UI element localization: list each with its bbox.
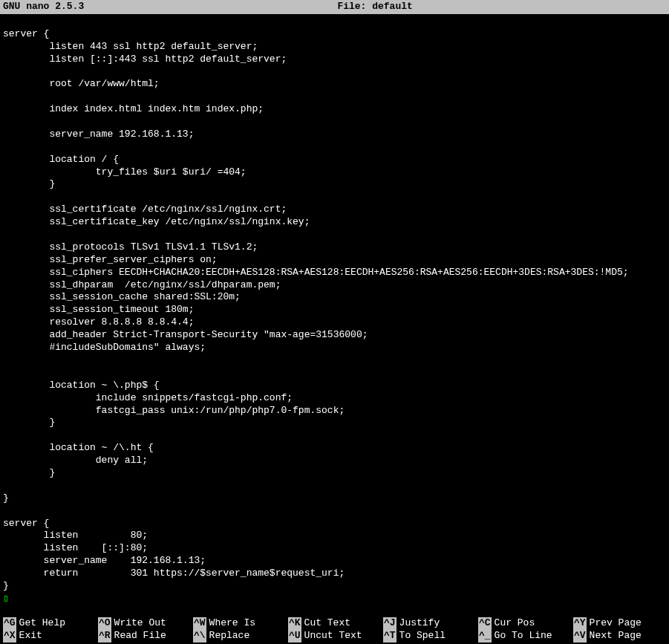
shortcut-key: ^R	[98, 630, 111, 643]
shortcut-key: ^U	[288, 630, 301, 643]
shortcut-key: ^V	[573, 630, 587, 643]
shortcut-key: ^J	[383, 617, 396, 630]
shortcut-label: Uncut Text	[304, 630, 362, 643]
shortcut-bar: ^G Get Help ^O Write Out ^W Where Is ^K …	[0, 617, 669, 644]
shortcut-next-page[interactable]: ^V Next Page	[573, 630, 668, 643]
shortcut-label: Read File	[114, 630, 166, 643]
shortcut-go-to-line[interactable]: ^_ Go To Line	[478, 630, 573, 643]
shortcut-key: ^O	[98, 617, 111, 630]
shortcut-key: ^G	[3, 617, 16, 630]
shortcut-key: ^Y	[573, 617, 587, 630]
shortcut-replace[interactable]: ^\ Replace	[193, 630, 288, 643]
shortcut-to-spell[interactable]: ^T To Spell	[383, 630, 478, 643]
shortcut-key: ^X	[3, 630, 16, 643]
text-cursor: ▯	[3, 593, 9, 605]
app-name: GNU nano 2.5.3	[3, 1, 84, 13]
shortcut-key: ^\	[193, 630, 206, 643]
shortcut-uncut-text[interactable]: ^U Uncut Text	[288, 630, 383, 643]
shortcut-label: Get Help	[19, 617, 65, 630]
shortcut-prev-page[interactable]: ^Y Prev Page	[573, 617, 668, 630]
shortcut-where-is[interactable]: ^W Where Is	[193, 617, 288, 630]
editor-area[interactable]: server { listen 443 ssl http2 default_se…	[0, 14, 669, 607]
shortcut-label: Exit	[19, 630, 42, 643]
shortcut-write-out[interactable]: ^O Write Out	[98, 617, 193, 630]
shortcut-cur-pos[interactable]: ^C Cur Pos	[478, 617, 573, 630]
shortcut-row-1: ^G Get Help ^O Write Out ^W Where Is ^K …	[3, 617, 666, 630]
title-bar: GNU nano 2.5.3 File: default	[0, 0, 669, 14]
file-label: File: default	[84, 1, 666, 13]
shortcut-label: Go To Line	[495, 630, 552, 643]
shortcut-justify[interactable]: ^J Justify	[383, 617, 478, 630]
shortcut-get-help[interactable]: ^G Get Help	[3, 617, 98, 630]
shortcut-label: Cut Text	[304, 617, 350, 630]
shortcut-key: ^K	[288, 617, 301, 630]
shortcut-key: ^C	[478, 617, 492, 630]
shortcut-key: ^W	[193, 617, 206, 630]
shortcut-exit[interactable]: ^X Exit	[3, 630, 98, 643]
shortcut-label: Justify	[399, 617, 440, 630]
shortcut-read-file[interactable]: ^R Read File	[98, 630, 193, 643]
shortcut-label: Prev Page	[590, 617, 642, 630]
shortcut-label: Write Out	[114, 617, 166, 630]
shortcut-key: ^T	[383, 630, 396, 643]
shortcut-label: Next Page	[590, 630, 642, 643]
file-content: server { listen 443 ssl http2 default_se…	[3, 28, 629, 591]
shortcut-label: Where Is	[209, 617, 255, 630]
shortcut-cut-text[interactable]: ^K Cut Text	[288, 617, 383, 630]
shortcut-row-2: ^X Exit ^R Read File ^\ Replace ^U Uncut…	[3, 630, 666, 643]
shortcut-key: ^_	[478, 630, 492, 643]
shortcut-label: To Spell	[399, 630, 446, 643]
shortcut-label: Cur Pos	[495, 617, 535, 630]
shortcut-label: Replace	[209, 630, 250, 643]
